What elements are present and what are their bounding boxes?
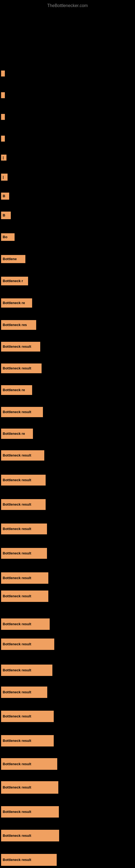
bottleneck-label-21: Bottleneck result: [1, 499, 46, 510]
bottleneck-label-8: B: [1, 212, 11, 219]
bottleneck-item-32: Bottleneck result: [1, 758, 57, 771]
bottleneck-label-28: Bottleneck result: [1, 664, 52, 676]
bottleneck-label-35: Bottleneck result: [1, 830, 59, 841]
bottleneck-item-11: Bottleneck r: [1, 277, 28, 286]
bottleneck-item-17: Bottleneck result: [1, 407, 43, 418]
bottleneck-label-26: Bottleneck result: [1, 618, 50, 630]
bottleneck-item-25: Bottleneck result: [1, 590, 48, 603]
bottleneck-item-35: Bottleneck result: [1, 830, 59, 842]
bottleneck-label-5: |: [1, 155, 6, 161]
bottleneck-item-16: Bottleneck re: [1, 385, 32, 396]
bottleneck-item-20: Bottleneck result: [1, 475, 46, 487]
bottleneck-label-30: Bottleneck result: [1, 711, 54, 722]
bottleneck-item-19: Bottleneck result: [1, 450, 44, 462]
bottleneck-label-16: Bottleneck re: [1, 385, 32, 395]
bottleneck-label-33: Bottleneck result: [1, 781, 58, 794]
bottleneck-item-13: Bottleneck res: [1, 320, 36, 331]
bottleneck-item-23: Bottleneck result: [1, 548, 47, 560]
bottleneck-label-19: Bottleneck result: [1, 450, 44, 461]
bottleneck-label-24: Bottleneck result: [1, 572, 48, 584]
bottleneck-label-25: Bottleneck result: [1, 590, 48, 602]
bottleneck-label-22: Bottleneck result: [1, 524, 47, 534]
bottleneck-item-1: [1, 70, 5, 78]
bottleneck-label-1: [1, 70, 5, 76]
bottleneck-item-21: Bottleneck result: [1, 499, 46, 511]
bottleneck-label-31: Bottleneck result: [1, 735, 54, 746]
bottleneck-item-10: Bottlene: [1, 255, 26, 264]
bottleneck-item-14: Bottleneck result: [1, 342, 40, 352]
bottleneck-label-9: Bo: [1, 233, 14, 241]
bottleneck-item-27: Bottleneck result: [1, 639, 54, 651]
bottleneck-item-33: Bottleneck result: [1, 781, 58, 795]
bottleneck-label-17: Bottleneck result: [1, 407, 43, 417]
bottleneck-label-2: [1, 92, 5, 98]
bottleneck-item-26: Bottleneck result: [1, 618, 50, 631]
bottleneck-item-34: Bottleneck result: [1, 806, 59, 818]
bottleneck-item-7: B: [1, 193, 9, 201]
bottleneck-item-5: |: [1, 155, 6, 162]
bottleneck-item-8: B: [1, 212, 11, 220]
bottleneck-item-4: [1, 135, 5, 143]
bottleneck-label-18: Bottleneck re: [1, 429, 33, 439]
bottleneck-label-7: B: [1, 193, 9, 199]
bottleneck-item-9: Bo: [1, 233, 14, 242]
bottleneck-item-29: Bottleneck result: [1, 686, 47, 699]
bottleneck-item-12: Bottleneck re: [1, 299, 32, 309]
bottleneck-label-34: Bottleneck result: [1, 806, 59, 817]
bottleneck-item-24: Bottleneck result: [1, 572, 48, 585]
bottleneck-item-30: Bottleneck result: [1, 711, 54, 723]
bottleneck-item-28: Bottleneck result: [1, 664, 52, 677]
bottleneck-label-3: [1, 114, 5, 120]
bottleneck-item-6: |: [1, 174, 8, 182]
bottleneck-label-32: Bottleneck result: [1, 758, 57, 770]
bottleneck-label-27: Bottleneck result: [1, 639, 54, 650]
bottleneck-item-36: Bottleneck result: [1, 854, 57, 867]
bottleneck-label-14: Bottleneck result: [1, 342, 40, 351]
bottleneck-label-12: Bottleneck re: [1, 299, 32, 308]
bottleneck-label-36: Bottleneck result: [1, 854, 57, 866]
bottleneck-label-10: Bottlene: [1, 255, 26, 263]
bottleneck-label-23: Bottleneck result: [1, 548, 47, 559]
bottleneck-item-18: Bottleneck re: [1, 429, 33, 440]
bottleneck-label-13: Bottleneck res: [1, 320, 36, 330]
bottleneck-item-22: Bottleneck result: [1, 524, 47, 535]
bottleneck-item-15: Bottleneck result: [1, 364, 42, 374]
site-title: TheBottlenecker.com: [0, 1, 135, 10]
bottleneck-label-11: Bottleneck r: [1, 277, 28, 285]
bottleneck-label-4: [1, 135, 5, 142]
bottleneck-item-31: Bottleneck result: [1, 735, 54, 748]
bottleneck-label-15: Bottleneck result: [1, 364, 42, 373]
bottleneck-label-6: |: [1, 174, 8, 181]
bottleneck-item-3: [1, 114, 5, 121]
bottleneck-item-2: [1, 92, 5, 99]
bottleneck-label-29: Bottleneck result: [1, 686, 47, 698]
bottleneck-label-20: Bottleneck result: [1, 475, 46, 486]
